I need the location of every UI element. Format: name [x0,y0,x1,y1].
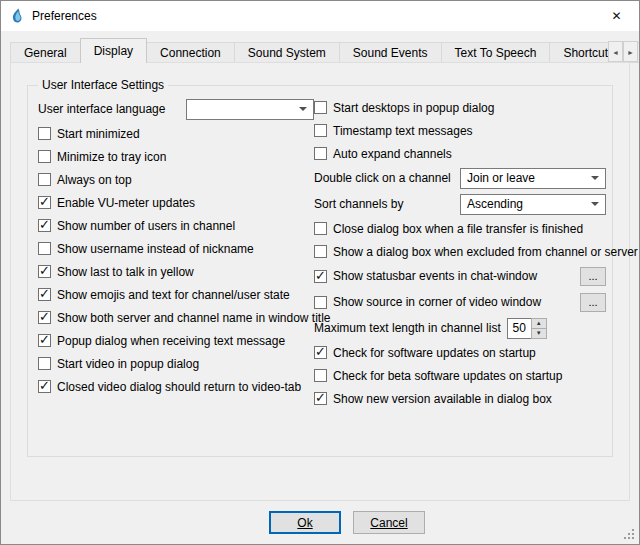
checkbox-label: Timestamp text messages [333,124,473,138]
checkbox-label: Show a dialog box when excluded from cha… [333,245,638,259]
checkbox-label: Start minimized [57,127,140,141]
checkbox-row[interactable]: Start video in popup dialog [38,352,314,375]
checkbox[interactable] [38,311,51,324]
checkbox[interactable] [38,127,51,140]
close-button[interactable]: ✕ [594,1,639,31]
language-label: User interface language [38,102,165,116]
checkbox-label: Always on top [57,173,132,187]
checkbox[interactable] [314,296,327,309]
checkbox-row[interactable]: Check for beta software updates on start… [314,364,606,387]
checkbox-row[interactable]: Closed video dialog should return to vid… [38,375,314,398]
checkbox-row[interactable]: Enable VU-meter updates [38,191,314,214]
checkbox-label: Minimize to tray icon [57,150,166,164]
checkbox-row[interactable]: Start minimized [38,122,314,145]
tab-display[interactable]: Display [80,38,147,63]
tab-connection[interactable]: Connection [146,42,235,63]
tab-scroll-right-button[interactable]: ► [623,41,638,62]
dropdown-value: Join or leave [467,171,585,185]
checkbox-label: Show last to talk in yellow [57,265,194,279]
checkbox[interactable] [314,124,327,137]
checkbox-label: Close dialog box when a file transfer is… [333,222,583,236]
max-text-length-spinner[interactable]: 50 ▲ ▼ [507,318,547,339]
double-click-label: Double click on a channel [314,171,451,185]
tab-scroll-left-button[interactable]: ◄ [608,41,623,62]
sort-channels-row: Sort channels by Ascending [314,191,606,217]
language-dropdown[interactable] [186,99,314,120]
checkbox[interactable] [38,196,51,209]
checkbox[interactable] [38,334,51,347]
tab-sound-events[interactable]: Sound Events [339,42,442,63]
checkbox-label: Show source in corner of video window [333,295,541,309]
checkbox-row[interactable]: Auto expand channels [314,142,606,165]
checkbox-label: Start video in popup dialog [57,357,199,371]
checkbox-label: Closed video dialog should return to vid… [57,380,301,394]
checkbox-row[interactable]: Show username instead of nickname [38,237,314,260]
cancel-button-label: Cancel [370,516,407,530]
checkbox-row[interactable]: Show both server and channel name in win… [38,306,314,329]
checkbox-row[interactable]: Start desktops in popup dialog [314,96,606,119]
checkbox[interactable] [38,265,51,278]
checkbox-label: Auto expand channels [333,147,452,161]
checkbox-row[interactable]: Show new version available in dialog box [314,387,606,410]
checkbox-row[interactable]: Show emojis and text for channel/user st… [38,283,314,306]
spinner-buttons: ▲ ▼ [531,318,547,339]
sort-channels-label: Sort channels by [314,197,403,211]
checkbox-row[interactable]: Show number of users in channel [38,214,314,237]
checkbox-row[interactable]: Show a dialog box when excluded from cha… [314,240,606,263]
sort-channels-dropdown[interactable]: Ascending [460,194,606,215]
checkbox-row[interactable]: Timestamp text messages [314,119,606,142]
statusbar-events-more-button[interactable]: ... [580,267,606,286]
right-column: Start desktops in popup dialog Timestamp… [314,96,606,410]
video-source-more-button[interactable]: ... [580,293,606,312]
max-text-length-row: Maximum text length in channel list 50 ▲… [314,315,606,341]
statusbar-events-row[interactable]: Show statusbar events in chat-window ... [314,263,606,289]
window-title: Preferences [32,9,97,23]
checkbox-row[interactable]: Popup dialog when receiving text message [38,329,314,352]
checkbox[interactable] [38,288,51,301]
video-source-row[interactable]: Show source in corner of video window ..… [314,289,606,315]
checkbox-label: Show new version available in dialog box [333,392,552,406]
checkbox[interactable] [314,346,327,359]
tab-scroll: ◄ ► [608,41,638,62]
checkbox-row[interactable]: Check for software updates on startup [314,341,606,364]
checkbox-row[interactable]: Minimize to tray icon [38,145,314,168]
tab-text-to-speech[interactable]: Text To Speech [441,42,551,63]
spinner-down-button[interactable]: ▼ [531,328,547,339]
checkbox[interactable] [314,245,327,258]
ok-button[interactable]: Ok [269,511,341,534]
checkbox[interactable] [314,222,327,235]
app-icon [9,8,25,24]
checkbox[interactable] [314,369,327,382]
checkbox[interactable] [38,150,51,163]
checkbox-label: Check for beta software updates on start… [333,369,562,383]
ok-button-label: Ok [297,516,312,530]
checkbox[interactable] [314,147,327,160]
group-title: User Interface Settings [38,78,168,92]
checkbox[interactable] [38,242,51,255]
checkbox[interactable] [38,357,51,370]
checkbox[interactable] [314,392,327,405]
checkbox-row[interactable]: Show last to talk in yellow [38,260,314,283]
checkbox-row[interactable]: Always on top [38,168,314,191]
user-interface-settings-group: User Interface Settings User interface l… [27,85,613,457]
double-click-dropdown[interactable]: Join or leave [460,168,606,189]
double-click-row: Double click on a channel Join or leave [314,165,606,191]
max-text-length-label: Maximum text length in channel list [314,321,501,335]
tab-bar: General Display Connection Sound System … [10,38,639,63]
checkbox[interactable] [314,101,327,114]
left-column: User interface language Start minimized … [38,96,314,398]
checkbox-label: Show both server and channel name in win… [57,311,331,325]
resize-grip[interactable] [623,528,636,541]
checkbox-label: Start desktops in popup dialog [333,101,494,115]
titlebar: Preferences ✕ [1,1,639,31]
spinner-value[interactable]: 50 [507,318,531,339]
cancel-button[interactable]: Cancel [353,511,425,534]
tab-sound-system[interactable]: Sound System [234,42,340,63]
checkbox[interactable] [38,219,51,232]
tab-general[interactable]: General [10,42,81,63]
checkbox-row[interactable]: Close dialog box when a file transfer is… [314,217,606,240]
checkbox[interactable] [314,270,327,283]
language-row: User interface language [38,96,314,122]
checkbox[interactable] [38,173,51,186]
checkbox[interactable] [38,380,51,393]
